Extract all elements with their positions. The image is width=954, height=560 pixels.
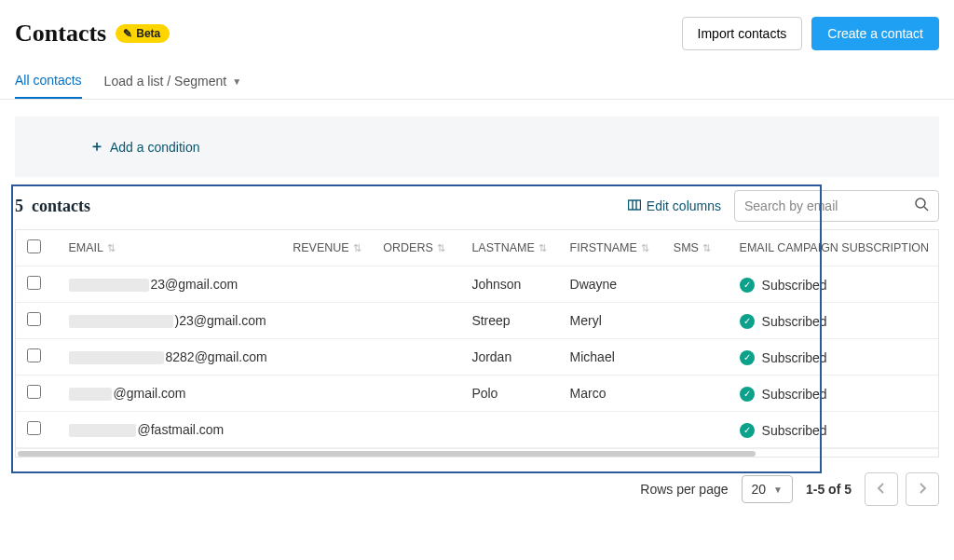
cell-lastcol: 14 — [937, 339, 939, 376]
column-firstname-label: FIRSTNAME — [570, 241, 637, 254]
cell-subscription: ✓Subscribed — [729, 339, 938, 376]
cell-email: 8282@gmail.com — [58, 339, 282, 376]
cell-revenue — [281, 266, 372, 303]
add-condition-button[interactable]: ＋ Add a condition — [89, 137, 200, 157]
rows-per-page-value: 20 — [752, 482, 767, 497]
redacted-text — [69, 388, 112, 401]
column-subscription[interactable]: EMAIL CAMPAIGN SUBSCRIPTION — [729, 230, 938, 266]
cell-firstname: Michael — [559, 339, 662, 376]
chevron-left-icon — [877, 482, 886, 498]
subscription-label: Subscribed — [762, 278, 827, 293]
edit-columns-button[interactable]: Edit columns — [628, 198, 721, 214]
check-circle-icon: ✓ — [740, 278, 755, 293]
check-circle-icon: ✓ — [740, 314, 755, 329]
rows-per-page-select[interactable]: 20 ▼ — [742, 475, 793, 503]
sort-icon: ⇅ — [353, 242, 361, 253]
email-visible: 8282@gmail.com — [166, 349, 267, 364]
cell-firstname: Dwayne — [559, 266, 662, 303]
cell-email: 23@gmail.com — [58, 266, 282, 303]
row-checkbox[interactable] — [27, 276, 41, 290]
contacts-table-scroll[interactable]: EMAIL⇅ REVENUE⇅ ORDERS⇅ LASTNAME⇅ FIRSTN… — [15, 229, 939, 448]
caret-down-icon: ▼ — [232, 76, 241, 87]
cell-lastname — [460, 412, 558, 448]
row-checkbox[interactable] — [27, 385, 41, 399]
cell-sms — [662, 339, 729, 376]
row-checkbox[interactable] — [27, 348, 41, 362]
column-revenue[interactable]: REVENUE⇅ — [281, 230, 372, 266]
sort-icon: ⇅ — [702, 242, 711, 253]
chevron-right-icon — [918, 482, 927, 498]
subscription-label: Subscribed — [762, 350, 827, 365]
redacted-text — [69, 351, 164, 364]
column-sms[interactable]: SMS⇅ — [662, 230, 729, 266]
subscription-label: Subscribed — [762, 423, 827, 438]
prev-page-button[interactable] — [865, 472, 898, 506]
column-lastcol[interactable]: LA — [937, 230, 939, 266]
cell-orders — [372, 266, 460, 303]
plus-icon: ＋ — [89, 137, 104, 157]
cell-email: )23@gmail.com — [58, 303, 282, 339]
search-input[interactable] — [744, 198, 893, 213]
row-checkbox[interactable] — [27, 421, 41, 435]
tab-all-contacts-label: All contacts — [15, 73, 82, 88]
column-revenue-label: REVENUE — [293, 241, 348, 254]
sort-icon: ⇅ — [107, 242, 116, 253]
search-input-wrap[interactable] — [734, 190, 939, 222]
table-row[interactable]: @fastmail.com✓Subscribed14 — [16, 412, 939, 448]
email-visible: @fastmail.com — [138, 422, 225, 437]
email-visible: 23@gmail.com — [151, 277, 238, 292]
svg-rect-0 — [628, 200, 640, 210]
cell-sms — [662, 376, 729, 412]
cell-subscription: ✓Subscribed — [729, 412, 938, 448]
columns-icon — [628, 198, 641, 214]
cell-subscription: ✓Subscribed — [729, 266, 938, 303]
contacts-table: EMAIL⇅ REVENUE⇅ ORDERS⇅ LASTNAME⇅ FIRSTN… — [16, 230, 939, 448]
sort-icon: ⇅ — [641, 242, 649, 253]
column-orders[interactable]: ORDERS⇅ — [372, 230, 460, 266]
column-email-label: EMAIL — [69, 241, 104, 254]
caret-down-icon: ▼ — [773, 485, 783, 495]
tab-load-list[interactable]: Load a list / Segment ▼ — [104, 63, 241, 99]
svg-line-4 — [924, 207, 928, 211]
table-row[interactable]: @gmail.comPoloMarco✓Subscribed14 — [16, 376, 939, 412]
table-row[interactable]: 8282@gmail.comJordanMichael✓Subscribed14 — [16, 339, 939, 376]
pager-info: 1-5 of 5 — [806, 482, 852, 497]
column-email[interactable]: EMAIL⇅ — [58, 230, 282, 266]
cell-lastcol: 14 — [937, 303, 939, 339]
next-page-button[interactable] — [906, 472, 939, 506]
column-lastname[interactable]: LASTNAME⇅ — [460, 230, 558, 266]
cell-revenue — [281, 376, 372, 412]
rows-per-page-label: Rows per page — [640, 482, 728, 497]
check-circle-icon: ✓ — [740, 350, 755, 365]
pencil-icon: ✎ — [123, 27, 132, 40]
cell-orders — [372, 303, 460, 339]
cell-orders — [372, 339, 460, 376]
redacted-text — [69, 424, 136, 437]
tab-all-contacts[interactable]: All contacts — [15, 63, 82, 99]
import-contacts-button[interactable]: Import contacts — [682, 17, 803, 50]
email-visible: )23@gmail.com — [175, 313, 266, 328]
column-orders-label: ORDERS — [383, 241, 432, 254]
table-row[interactable]: )23@gmail.comStreepMeryl✓Subscribed14 — [16, 303, 939, 339]
cell-lastcol: 14 — [937, 376, 939, 412]
create-contact-button[interactable]: Create a contact — [811, 17, 939, 50]
contacts-count-label: contacts — [32, 197, 90, 215]
cell-revenue — [281, 303, 372, 339]
cell-lastcol: 14 — [937, 412, 939, 448]
cell-sms — [662, 303, 729, 339]
horizontal-scrollbar[interactable] — [15, 448, 939, 458]
column-firstname[interactable]: FIRSTNAME⇅ — [559, 230, 662, 266]
contacts-count-number: 5 — [15, 197, 23, 215]
row-checkbox[interactable] — [27, 312, 41, 326]
check-circle-icon: ✓ — [740, 423, 755, 438]
column-subscription-label: EMAIL CAMPAIGN SUBSCRIPTION — [740, 241, 930, 254]
redacted-text — [69, 279, 149, 292]
table-row[interactable]: 23@gmail.comJohnsonDwayne✓Subscribed14 — [16, 266, 939, 303]
scrollbar-thumb[interactable] — [18, 451, 756, 457]
subscription-label: Subscribed — [762, 387, 827, 402]
search-icon — [914, 197, 929, 215]
cell-lastname: Johnson — [460, 266, 558, 303]
redacted-text — [69, 315, 173, 328]
select-all-checkbox[interactable] — [27, 239, 41, 253]
sort-icon: ⇅ — [538, 242, 547, 253]
